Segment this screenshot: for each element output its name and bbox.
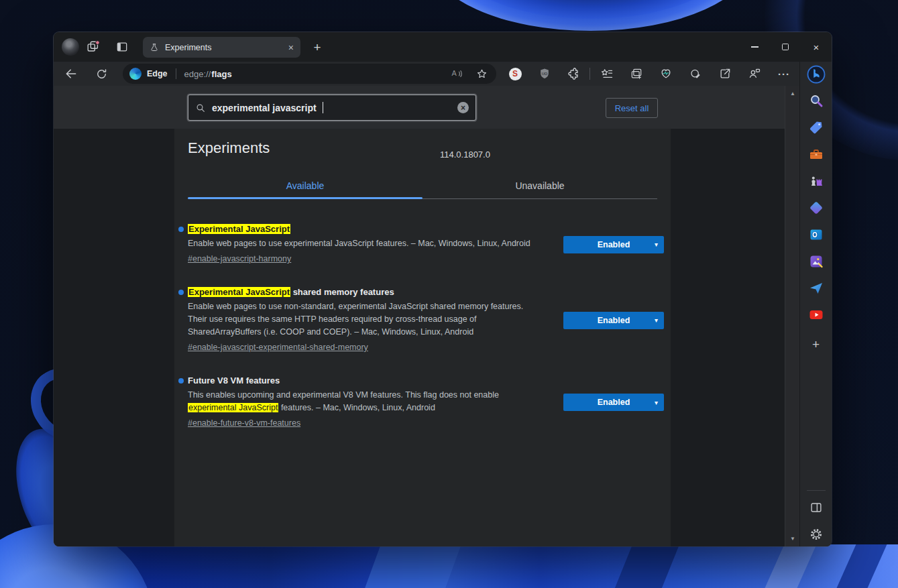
flag-row-future-v8: Future V8 VM features This enables upcom… [174,375,671,429]
settings-gear-icon[interactable] [807,526,825,543]
clear-search-icon[interactable]: × [457,102,469,113]
tab-actions-icon[interactable] [115,40,129,54]
search-icon [195,103,206,113]
tab-unavailable[interactable]: Unavailable [423,176,657,196]
share-icon[interactable] [718,66,732,81]
search-value: experimental javascript [212,103,317,113]
read-aloud-icon[interactable]: A [450,67,463,80]
scroll-down-icon[interactable]: ▼ [785,536,800,542]
flag-permalink[interactable]: #enable-javascript-harmony [188,253,291,265]
extension-shield-icon[interactable]: UO [537,66,552,81]
flag-permalink[interactable]: #enable-javascript-experimental-shared-m… [188,341,368,353]
extension-scriptsafe-icon[interactable]: S [508,66,522,81]
flag-description: This enables upcoming and experimental V… [188,389,563,414]
flag-description: Enable web pages to use non-standard, ex… [188,300,563,339]
active-tab-indicator [188,197,423,199]
toolbox-icon[interactable] [807,145,825,163]
flag-title: Future V8 VM features [188,375,563,386]
flags-page-body: Experiments 114.0.1807.0 Available Unava… [54,129,785,546]
flag-row-experimental-javascript: Experimental JavaScript Enable web pages… [174,224,671,265]
flag-bullet [178,290,184,295]
tab-title: Experiments [165,43,282,52]
flag-title: Experimental JavaScript [188,224,563,235]
close-button[interactable]: × [801,32,832,62]
favorite-star-icon[interactable] [475,68,488,80]
refresh-button[interactable] [94,66,109,81]
site-badge-label: Edge [147,69,168,78]
drop-icon[interactable] [807,280,825,297]
sidebar-divider [807,490,826,491]
outlook-icon[interactable] [807,226,825,243]
address-bar[interactable]: Edge edge:// flags A [123,64,496,84]
chevron-down-icon: ▾ [655,241,658,248]
svg-text:A: A [452,69,457,77]
select-value: Enabled [598,240,630,249]
feedback-icon[interactable] [747,66,762,81]
bing-chat-icon[interactable] [805,64,827,85]
edge-browser-window: Experiments × + × [54,32,832,546]
edge-logo-icon [129,68,142,80]
flag-description: Enable web pages to use experimental Jav… [188,237,563,250]
games-icon[interactable] [807,172,825,190]
address-divider [176,68,176,79]
edge-sidebar: + [799,62,832,546]
select-value: Enabled [598,398,630,407]
flag-value-select[interactable]: Enabled ▾ [563,236,664,253]
tab-divider [423,198,657,199]
tab-strip: Experiments × + × [54,32,832,62]
scroll-up-icon[interactable]: ▲ [785,91,800,97]
flag-bullet [178,227,184,232]
text-caret [323,102,324,113]
microsoft-365-icon[interactable] [807,199,825,217]
flag-permalink[interactable]: #enable-future-v8-vm-features [188,417,300,429]
collections-icon[interactable] [629,66,644,81]
browser-essentials-icon[interactable] [659,66,673,81]
flags-content-panel: Experiments 114.0.1807.0 Available Unava… [174,129,671,546]
flags-list: Experimental JavaScript Enable web pages… [174,224,671,451]
extension-badge: S [509,68,522,80]
select-value: Enabled [598,316,630,325]
flag-value-select[interactable]: Enabled ▾ [563,312,664,329]
flag-value-select[interactable]: Enabled ▾ [563,394,664,411]
flag-title: Experimental JavaScript shared memory fe… [188,287,563,298]
back-button[interactable] [64,66,78,81]
navigation-toolbar: Edge edge:// flags A [54,62,799,86]
web-capture-icon[interactable] [688,66,703,81]
add-to-sidebar-icon[interactable]: + [807,336,825,353]
flags-tabs: Available Unavailable [188,176,657,196]
sidebar-search-icon[interactable] [807,92,825,109]
image-creator-icon[interactable] [807,253,825,270]
page-title: Experiments [188,139,270,157]
url-scheme: edge:// [184,69,211,79]
url-path: flags [211,69,231,79]
settings-and-more-icon[interactable]: ··· [777,66,791,81]
minimize-button[interactable] [739,32,770,62]
chevron-down-icon: ▾ [655,399,658,406]
maximize-button[interactable] [770,32,801,62]
youtube-icon[interactable] [807,306,825,323]
reset-all-button[interactable]: Reset all [606,98,658,118]
page-scrollbar[interactable]: ▲ ▼ [785,86,799,546]
toolbar-separator [590,68,590,80]
new-tab-button[interactable]: + [308,39,326,56]
flag-bullet [178,378,184,384]
browser-tab-experiments[interactable]: Experiments × [143,37,300,58]
tab-available[interactable]: Available [188,176,423,196]
flags-search-input[interactable]: experimental javascript × [188,95,476,121]
profile-avatar[interactable] [62,38,79,56]
flags-page-header: experimental javascript × Reset all [54,86,785,129]
extensions-puzzle-icon[interactable] [567,66,581,81]
flag-row-shared-memory: Experimental JavaScript shared memory fe… [174,287,671,353]
browser-version: 114.0.1807.0 [440,150,490,160]
customize-sidebar-icon[interactable] [807,499,825,516]
tab-close-icon[interactable]: × [288,43,294,52]
svg-text:UO: UO [542,72,548,76]
minimize-icon [751,46,759,47]
favorites-icon[interactable] [600,66,614,81]
chevron-down-icon: ▾ [655,316,658,324]
maximize-icon [782,44,789,50]
workspaces-icon[interactable] [86,40,101,54]
window-controls: × [739,32,832,62]
shopping-icon[interactable] [807,119,825,136]
flask-icon [150,43,159,52]
